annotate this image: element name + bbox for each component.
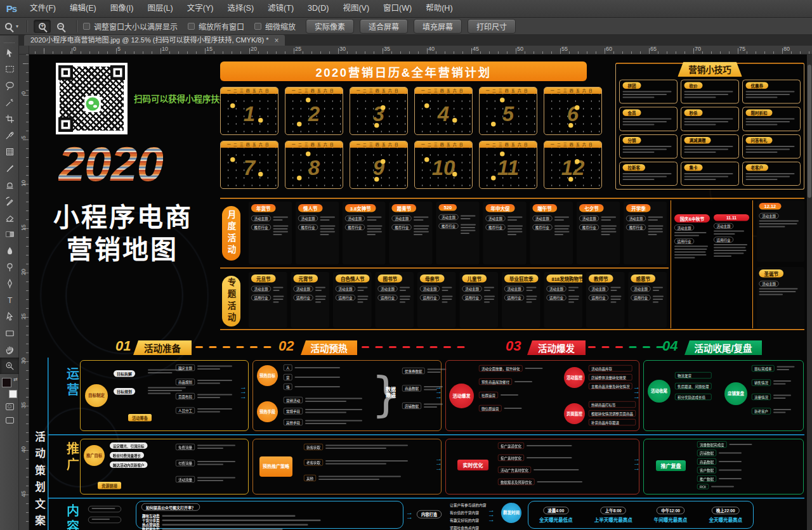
option-button[interactable]: 打印尺寸	[468, 19, 516, 34]
menu-item[interactable]: 帮助(H)	[419, 0, 459, 17]
zoom-tool-button[interactable]	[0, 358, 19, 374]
option-checkbox[interactable]: 调整窗口大小以满屏显示	[83, 21, 178, 32]
option-button[interactable]: 实际像素	[306, 19, 354, 34]
menu-item[interactable]: 选择(S)	[220, 0, 261, 17]
panel-grip[interactable]	[4, 37, 15, 43]
activity-card: 12.12 活动主题	[757, 200, 804, 262]
checkbox-icon	[254, 23, 261, 30]
swap-colors-icon[interactable]: ⇄	[13, 377, 18, 382]
zoom-out-button[interactable]: −	[52, 20, 69, 33]
content-node	[88, 517, 121, 523]
option-button[interactable]: 适合屏幕	[360, 19, 408, 34]
background-color-swatch[interactable]	[9, 390, 17, 398]
brush-tool-button[interactable]	[0, 160, 19, 176]
option-checkbox[interactable]: 缩放所有窗口	[188, 21, 244, 32]
eraser-tool-button[interactable]	[0, 209, 19, 226]
magic-wand-tool-button[interactable]	[0, 94, 19, 110]
menu-item[interactable]: 编辑(E)	[63, 0, 103, 17]
type-tool-button[interactable]: T	[0, 292, 19, 308]
pen-tool-button[interactable]	[0, 275, 19, 292]
vertical-scrollbar[interactable]	[807, 55, 812, 530]
stamp-tool-button[interactable]	[0, 176, 19, 193]
mindmap-leaf: 活动商品库存	[589, 365, 632, 372]
zoom-in-button[interactable]: +	[34, 20, 51, 33]
time-note: 上半天曝光最高点	[594, 516, 632, 523]
activity-title: 元宵节	[294, 275, 318, 283]
move-tool-button[interactable]	[0, 44, 19, 61]
tip-box: 问答有礼	[742, 134, 801, 158]
text-lines	[508, 224, 523, 237]
blur-tool-button[interactable]	[0, 242, 19, 259]
foreground-color-swatch[interactable]	[2, 378, 11, 387]
menu-item[interactable]: 文字(Y)	[180, 0, 221, 17]
ops-prepare-box: 目标制定 目标拆解 目标规划 活动筹备 确定主题 商品规划 页	[80, 360, 249, 431]
marquee-icon	[4, 64, 15, 75]
healing-tool-button[interactable]	[0, 143, 19, 160]
text-lines	[325, 443, 408, 451]
tip-box: 满减满赠	[681, 134, 739, 158]
month-number: 4	[415, 101, 472, 126]
menu-item[interactable]: 滤镜(T)	[261, 0, 301, 17]
calendar-days: 4	[415, 94, 472, 135]
document-tab[interactable]: 2020小程序电商营销地图.jpg @ 12.5% (扫码可以获得小程序扶持, …	[24, 35, 285, 46]
mindmap-branch: 常规手段	[284, 408, 362, 415]
option-checkbox[interactable]: 细微缩放	[254, 21, 296, 32]
tip-label: 会员	[623, 110, 641, 117]
dodge-tool-button[interactable]	[0, 259, 19, 275]
event-dot	[297, 122, 302, 127]
menu-items: 文件(F)编辑(E)图像(I)图层(L)文字(Y)选择(S)滤镜(T)3D(D)…	[23, 0, 460, 17]
menu-item[interactable]: 3D(D)	[301, 0, 336, 17]
text-lines	[534, 468, 581, 472]
scrollbar-thumb[interactable]	[808, 65, 811, 198]
option-button[interactable]: 填充屏幕	[414, 19, 462, 34]
activity-title: 情人节	[298, 204, 323, 212]
checkbox-icon	[188, 23, 195, 30]
tip-label: 砍价	[684, 82, 703, 89]
mindmap-branch: 活动全面放量，提升转化	[479, 365, 543, 372]
current-tool-badge[interactable]: ▾	[5, 23, 21, 30]
hand-tool-button[interactable]	[0, 341, 19, 358]
text-lines	[367, 224, 383, 237]
menu-item[interactable]: 视图(V)	[336, 0, 376, 17]
menu-item[interactable]: 图层(L)	[140, 0, 180, 17]
event-dot	[306, 98, 311, 103]
history-brush-tool-button[interactable]	[0, 193, 19, 209]
event-dot	[568, 123, 573, 128]
phase-number: 02	[278, 338, 294, 354]
calendar-days: 1	[221, 94, 278, 135]
activity-card: 元旦节 活动主题 适用行业	[249, 272, 287, 328]
marketing-tips-panel: 营销小技巧 拼团 砍价 优惠券 会员	[615, 63, 804, 190]
text-lines	[773, 408, 791, 415]
lasso-tool-button[interactable]	[0, 77, 19, 94]
menu-item[interactable]: 窗口(W)	[376, 0, 419, 17]
left-strip-label: 活动策划文案	[32, 431, 47, 530]
calendar-month: 一二三四五六日2	[285, 87, 343, 135]
mindmap-node: 预热推广策略	[259, 456, 292, 477]
text-lines	[367, 215, 383, 223]
text-lines	[746, 173, 797, 180]
direct-select-tool-button[interactable]	[0, 308, 19, 325]
ruler-label: 45	[471, 46, 479, 52]
row-divider	[48, 358, 49, 530]
activity-title: 3.8女神节	[345, 204, 376, 212]
color-swatches[interactable]: ⇄	[0, 377, 19, 399]
mindmap-node: 预热目标	[257, 365, 278, 386]
shape-tool-button[interactable]	[0, 325, 19, 341]
screen-mode-button[interactable]	[0, 413, 19, 427]
gradient-tool-button[interactable]	[0, 226, 19, 242]
calendar-weekdays: 一二三四五六日	[221, 141, 278, 148]
quick-mask-button[interactable]	[0, 399, 19, 413]
month-number: 1	[221, 101, 278, 126]
marquee-tool-button[interactable]	[0, 61, 19, 77]
menu-item[interactable]: 图像(I)	[103, 0, 141, 17]
close-icon[interactable]: ×	[274, 37, 278, 44]
event-dot	[230, 103, 235, 108]
crop-tool-button[interactable]	[0, 110, 19, 127]
calendar-weekdays: 一二三四五六日	[285, 87, 343, 94]
month-number: 5	[480, 101, 537, 126]
event-dot	[452, 118, 457, 123]
eyedropper-tool-button[interactable]	[0, 127, 19, 143]
mindmap-node: 数据跟进	[385, 386, 396, 398]
document-canvas[interactable]: 扫码可以获得小程序扶持 2020 小程序电商 营销地图 2020营销日历&全年营…	[29, 55, 807, 530]
menu-item[interactable]: 文件(F)	[23, 0, 63, 17]
